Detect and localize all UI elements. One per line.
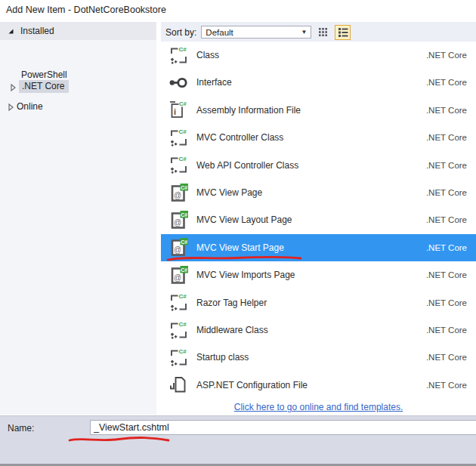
- sidebar-item-dotnet-core[interactable]: .NET Core: [9, 80, 69, 93]
- svg-text:C#: C#: [179, 156, 187, 162]
- template-name: MVC Controller Class: [196, 132, 426, 143]
- template-name: Middleware Class: [196, 325, 426, 335]
- sidebar-item-label: PowerShell: [21, 69, 67, 80]
- template-list-item[interactable]: @ C# MVC View Imports Page .NET Core: [161, 261, 476, 289]
- svg-text:C#: C#: [179, 100, 187, 107]
- class-icon: C#: [168, 320, 189, 341]
- view-page-icon: @ C#: [168, 183, 189, 203]
- template-platform: .NET Core: [426, 51, 467, 60]
- svg-text:C#: C#: [179, 128, 187, 135]
- template-platform: .NET Core: [426, 326, 467, 335]
- template-platform: .NET Core: [426, 161, 467, 170]
- online-link-row: Click here to go online and find templat…: [161, 400, 476, 413]
- template-list-item[interactable]: Interface .NET Core: [161, 69, 476, 96]
- template-name: Interface: [196, 77, 426, 88]
- svg-text:C#: C#: [179, 321, 187, 328]
- svg-text:C#: C#: [179, 293, 187, 300]
- svg-text:@: @: [174, 191, 181, 199]
- svg-text:C#: C#: [181, 211, 187, 217]
- chevron-right-icon: [9, 83, 17, 91]
- sidebar-header-label: Installed: [20, 26, 54, 36]
- sidebar-item-label: .NET Core: [19, 80, 69, 93]
- template-list-item[interactable]: @ C# MVC View Start Page .NET Core: [161, 234, 476, 261]
- template-platform: .NET Core: [426, 353, 467, 362]
- class-icon: C#: [168, 45, 189, 66]
- svg-text:C#: C#: [179, 348, 187, 355]
- template-platform: .NET Core: [426, 133, 467, 142]
- template-platform: .NET Core: [426, 243, 467, 252]
- sort-by-dropdown[interactable]: Default ▼: [201, 26, 311, 39]
- sidebar-item-installed[interactable]: Installed: [0, 22, 156, 40]
- template-platform: .NET Core: [426, 188, 467, 197]
- class-icon: C#: [168, 155, 189, 175]
- list-view-button[interactable]: [335, 25, 351, 40]
- config-file-icon: [168, 375, 189, 395]
- name-label: Name:: [8, 423, 34, 434]
- view-page-icon: @ C#: [168, 210, 189, 230]
- template-list-item[interactable]: @ C# MVC View Layout Page .NET Core: [161, 206, 476, 233]
- template-list-item[interactable]: C# MVC Controller Class .NET Core: [161, 124, 476, 151]
- dialog-title: Add New Item - DotNetCoreBookstore: [6, 5, 166, 15]
- sidebar-item-label: Online: [17, 101, 43, 112]
- template-name: ASP.NET Configuration File: [196, 380, 426, 390]
- class-icon: C#: [168, 347, 189, 368]
- template-name: Razor Tag Helper: [196, 298, 426, 308]
- template-list: Click here to go online and find templat…: [161, 42, 476, 415]
- template-name: Assembly Information File: [196, 105, 426, 116]
- template-name: MVC View Start Page: [196, 242, 426, 253]
- template-name: MVC View Imports Page: [196, 270, 426, 280]
- svg-text:@: @: [174, 273, 181, 282]
- template-list-item[interactable]: ASP.NET Configuration File .NET Core: [161, 372, 476, 399]
- template-list-item[interactable]: C# Class .NET Core: [161, 42, 476, 69]
- expanded-triangle-icon: [7, 27, 14, 35]
- svg-text:@: @: [174, 218, 181, 227]
- template-name: Web API Controller Class: [196, 160, 426, 171]
- svg-text:C#: C#: [179, 46, 187, 53]
- small-icons-view-button[interactable]: [315, 25, 331, 40]
- svg-text:i: i: [174, 107, 176, 116]
- view-page-icon: @ C#: [168, 265, 189, 285]
- list-view-icon: [338, 27, 348, 37]
- online-templates-link[interactable]: Click here to go online and find templat…: [234, 402, 403, 412]
- sidebar-item-powershell[interactable]: PowerShell: [21, 68, 67, 81]
- template-list-item[interactable]: i C# Assembly Information File .NET Core: [161, 97, 476, 124]
- template-list-item[interactable]: @ C# MVC View Page .NET Core: [161, 179, 476, 206]
- template-list-item[interactable]: C# Razor Tag Helper .NET Core: [161, 289, 476, 316]
- svg-text:@: @: [174, 245, 181, 254]
- template-platform: .NET Core: [426, 78, 467, 87]
- sort-bar: Sort by: Default ▼: [161, 22, 476, 42]
- sort-by-label: Sort by:: [165, 27, 196, 38]
- sort-by-value: Default: [206, 28, 233, 37]
- template-list-item[interactable]: C# Web API Controller Class .NET Core: [161, 152, 476, 179]
- chevron-down-icon: ▼: [301, 29, 307, 35]
- class-icon: C#: [168, 128, 189, 148]
- chevron-right-icon: [7, 103, 14, 110]
- svg-text:C#: C#: [181, 267, 187, 272]
- assembly-info-icon: i C#: [168, 100, 189, 120]
- template-list-item[interactable]: C# Middleware Class .NET Core: [161, 316, 476, 344]
- template-list-item[interactable]: C# Startup class .NET Core: [161, 344, 476, 371]
- name-panel: Name:: [0, 415, 476, 466]
- template-platform: .NET Core: [426, 215, 467, 224]
- small-icons-grid-icon: [318, 27, 328, 37]
- template-name: Startup class: [196, 352, 426, 363]
- svg-text:C#: C#: [181, 239, 187, 245]
- template-name: MVC View Page: [196, 187, 426, 198]
- name-input[interactable]: [90, 420, 476, 435]
- template-platform: .NET Core: [426, 106, 467, 115]
- view-page-icon: @ C#: [168, 237, 189, 258]
- template-platform: .NET Core: [426, 270, 467, 279]
- interface-icon: [168, 73, 189, 93]
- template-name: Class: [196, 50, 426, 60]
- template-name: MVC View Layout Page: [196, 214, 426, 225]
- class-icon: C#: [168, 292, 189, 313]
- categories-pane: Installed PowerShell .NET Core Online: [0, 22, 156, 415]
- template-platform: .NET Core: [426, 381, 467, 390]
- template-platform: .NET Core: [426, 298, 467, 307]
- svg-text:C#: C#: [181, 184, 187, 190]
- sidebar-item-online[interactable]: Online: [7, 100, 43, 113]
